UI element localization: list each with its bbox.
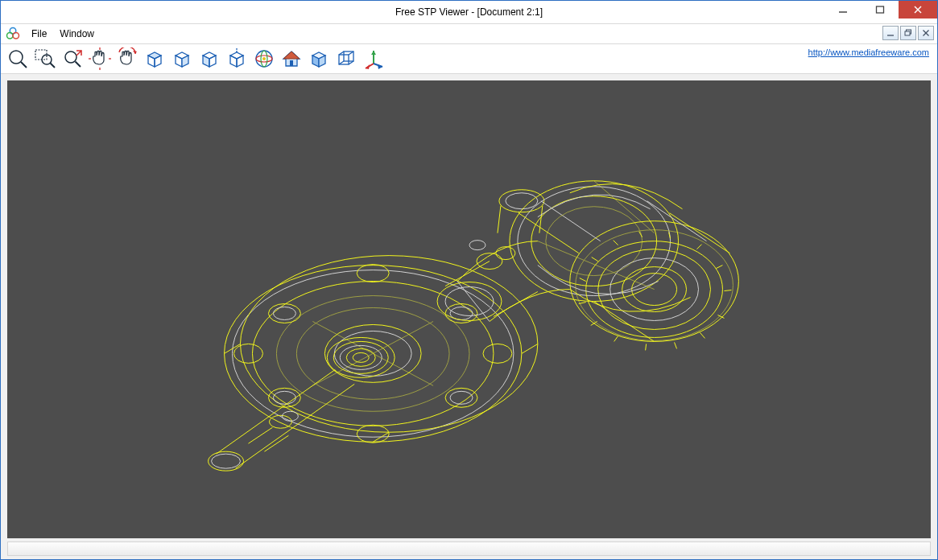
magnifier-window-icon [34,47,56,70]
mdi-close-button[interactable] [918,26,934,40]
svg-marker-44 [283,51,300,59]
svg-line-124 [724,290,731,291]
menubar: File Window [1,24,937,44]
client-area [1,74,937,559]
svg-marker-32 [203,56,209,67]
perspective-button[interactable] [333,46,360,72]
statusbar [7,541,931,556]
view-home-button[interactable] [278,46,305,72]
mdi-restore-button[interactable] [900,26,916,40]
view-global-button[interactable] [250,46,278,72]
svg-point-81 [327,337,395,377]
svg-line-128 [646,344,647,350]
svg-line-126 [700,332,705,338]
svg-point-90 [269,415,291,428]
magnifier-arrows-icon [61,47,84,70]
close-button[interactable] [899,1,937,19]
svg-line-67 [522,344,538,353]
svg-rect-9 [905,31,910,35]
maximize-button[interactable] [862,1,899,19]
svg-marker-25 [148,52,161,59]
titlebar: Free STP Viewer - [Document 2:1] [1,1,937,24]
svg-point-95 [445,287,494,316]
svg-line-18 [76,62,81,68]
wire-cube-icon [335,47,357,70]
svg-line-109 [519,213,579,253]
hand-pan-icon [89,47,111,70]
svg-point-108 [570,221,739,342]
svg-point-107 [531,196,657,286]
view-bottom-button[interactable] [168,46,196,72]
window-title: Free STP Viewer - [Document 2:1] [1,6,937,18]
svg-rect-43 [290,60,293,66]
zoom-dynamic-button[interactable] [59,46,86,72]
svg-marker-30 [182,56,188,67]
svg-line-117 [580,278,586,282]
cube-front-icon [198,47,221,70]
svg-point-41 [262,57,266,60]
svg-line-118 [592,257,598,261]
svg-point-5 [7,33,14,39]
cube-back-icon [225,47,248,70]
svg-line-110 [670,213,730,253]
svg-marker-34 [230,52,243,59]
svg-point-85 [353,352,369,362]
view-top-button[interactable] [141,46,168,72]
svg-point-78 [357,425,389,443]
svg-line-93 [264,435,288,451]
cube-top-icon [143,47,166,70]
wireframe-render [7,80,931,538]
menu-window[interactable]: Window [53,27,101,41]
menu-file[interactable]: File [25,27,53,41]
pan-button[interactable] [86,46,114,72]
mdi-minimize-button[interactable] [882,26,899,40]
svg-point-80 [483,344,512,363]
svg-point-89 [212,454,241,468]
magnifier-icon [6,47,29,70]
svg-point-6 [13,33,19,39]
svg-line-86 [217,369,336,454]
svg-line-13 [21,62,27,68]
svg-point-12 [10,51,23,64]
svg-line-123 [716,266,722,269]
model-viewport[interactable] [7,80,931,538]
svg-marker-36 [237,56,243,67]
svg-point-70 [273,307,295,320]
svg-line-129 [614,336,618,341]
svg-rect-1 [877,6,884,13]
svg-line-92 [248,427,272,443]
svg-point-137 [576,230,733,341]
view-front-button[interactable] [196,46,223,72]
zoom-in-button[interactable] [4,46,31,72]
zoom-window-button[interactable] [31,46,59,72]
vendor-link[interactable]: http://www.mediafreeware.com [808,47,929,57]
globe-icon [253,47,275,70]
svg-point-84 [346,348,375,366]
svg-line-16 [51,64,56,68]
svg-point-104 [469,241,486,250]
shade-wireframe-button[interactable] [305,46,333,72]
svg-marker-33 [209,56,216,67]
svg-marker-57 [371,51,376,55]
axes-button[interactable] [360,46,387,72]
svg-line-19 [76,51,81,56]
rotate-button[interactable] [114,46,141,72]
svg-point-77 [357,265,389,282]
toolbar: http://www.mediafreeware.com [1,44,937,74]
view-back-button[interactable] [223,46,250,72]
home-icon [280,47,303,70]
cube-bottom-icon [171,47,193,70]
svg-marker-29 [176,56,182,67]
svg-line-122 [697,245,702,249]
svg-line-100 [498,206,501,233]
svg-line-119 [614,241,618,245]
svg-line-127 [675,342,677,348]
svg-point-17 [65,51,76,63]
minimize-button[interactable] [824,1,862,19]
shade-cube-icon [308,47,330,70]
svg-point-79 [234,344,263,363]
svg-marker-58 [366,64,370,69]
svg-point-103 [496,247,515,260]
axes-icon [362,47,385,70]
svg-point-94 [437,282,502,321]
